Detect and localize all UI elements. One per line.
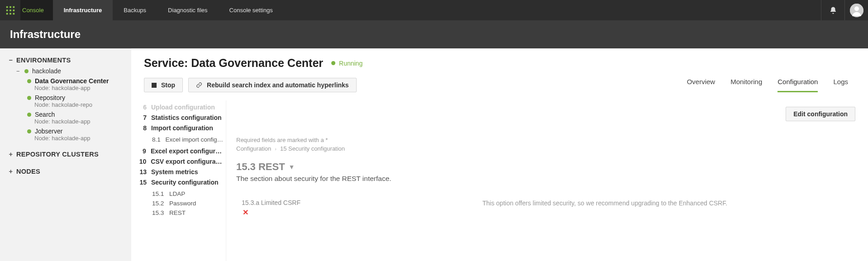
svg-rect-8 <box>13 13 14 14</box>
topnav-tab-console-settings[interactable]: Console settings <box>219 0 284 20</box>
svg-rect-7 <box>10 13 11 14</box>
avatar <box>850 4 863 17</box>
field-label: 15.3.a Limited CSRF <box>242 199 472 206</box>
required-hint: Required fields are marked with a * <box>236 137 855 143</box>
expand-icon: + <box>8 168 14 175</box>
sidebar-env-hackolade[interactable]: − hackolade <box>16 67 128 75</box>
main: Service: Data Governance Center Running … <box>131 48 868 261</box>
collapse-icon: − <box>8 57 14 64</box>
config-toc[interactable]: 6Upload configuration 7Statistics config… <box>131 100 226 261</box>
status-dot-icon <box>331 61 335 65</box>
status-dot-icon <box>24 69 29 73</box>
x-icon: ✕ <box>243 208 472 217</box>
toc-item[interactable]: 6Upload configuration <box>138 104 223 111</box>
service-status: Running <box>331 60 362 67</box>
chevron-down-icon: ▼ <box>289 163 295 171</box>
crumb-configuration[interactable]: Configuration <box>236 145 271 152</box>
tab-configuration[interactable]: Configuration <box>777 78 818 92</box>
collapse-icon: − <box>16 68 21 75</box>
notifications-button[interactable] <box>821 0 844 20</box>
tab-overview[interactable]: Overview <box>687 78 715 92</box>
stop-button-label: Stop <box>161 81 175 89</box>
sidebar-svc-jobserver[interactable]: Jobserver Node: hackolade-app <box>27 128 128 142</box>
toc-subitem[interactable]: 15.2Password <box>152 199 223 208</box>
svc-node-label: Node: hackolade-app <box>34 118 128 125</box>
bell-icon <box>829 6 837 14</box>
topnav-tab-infrastructure[interactable]: Infrastructure <box>53 0 113 20</box>
env-name: hackolade <box>32 67 61 75</box>
status-dot-icon <box>27 79 31 83</box>
sidebar-svc-search[interactable]: Search Node: hackolade-app <box>27 111 128 125</box>
edit-configuration-button[interactable]: Edit configuration <box>786 107 855 121</box>
chevron-right-icon: › <box>275 146 277 152</box>
toc-subitem[interactable]: 15.3REST <box>152 208 223 218</box>
app-logo <box>0 0 20 20</box>
topbar: Console Infrastructure Backups Diagnosti… <box>0 0 868 20</box>
stop-icon <box>152 83 157 88</box>
sidebar-group-nodes[interactable]: + NODES <box>8 168 128 175</box>
toc-item[interactable]: 9Excel export configurat… <box>138 147 223 155</box>
toc-subitem[interactable]: 8.1Excel import config… <box>152 135 223 144</box>
svc-node-label: Node: hackolade-app <box>34 135 128 142</box>
section-title[interactable]: 15.3 REST ▼ <box>236 161 855 173</box>
svg-rect-5 <box>13 9 14 11</box>
svc-node-label: Node: hackolade-app <box>34 85 128 91</box>
sidebar-group-repo-clusters[interactable]: + REPOSITORY CLUSTERS <box>8 151 128 158</box>
topnav-tab-diagnostic[interactable]: Diagnostic files <box>157 0 218 20</box>
toc-item[interactable]: 10CSV export configurati… <box>138 158 223 165</box>
service-title: Service: Data Governance Center <box>144 57 323 70</box>
toc-item[interactable]: 15Security configuration <box>138 179 223 186</box>
topnav-tab-backups[interactable]: Backups <box>113 0 157 20</box>
svg-point-10 <box>854 6 859 11</box>
svg-rect-3 <box>6 9 8 11</box>
sidebar-group-label: ENVIRONMENTS <box>16 57 71 64</box>
crumb-security[interactable]: 15 Security configuration <box>280 145 345 152</box>
tab-logs[interactable]: Logs <box>833 78 848 92</box>
toc-item[interactable]: 8Import configuration <box>138 124 223 132</box>
page-title: Infrastructure <box>0 20 868 48</box>
sidebar-group-label: NODES <box>16 168 40 175</box>
svg-rect-0 <box>6 6 8 8</box>
svg-rect-2 <box>13 6 14 8</box>
toc-subitem[interactable]: 15.1LDAP <box>152 189 223 199</box>
section-description: The section about security for the REST … <box>236 175 855 183</box>
config-detail: Edit configuration Required fields are m… <box>226 100 868 261</box>
status-label: Running <box>339 60 362 67</box>
link-icon <box>196 82 202 88</box>
console-label[interactable]: Console <box>20 0 53 20</box>
status-dot-icon <box>27 129 31 133</box>
field-help: This option offers limited security, so … <box>482 199 855 217</box>
expand-icon: + <box>8 151 14 158</box>
sidebar-svc-repository[interactable]: Repository Node: hackolade-repo <box>27 94 128 108</box>
sidebar-group-environments[interactable]: − ENVIRONMENTS <box>8 57 128 64</box>
svg-rect-4 <box>10 9 11 11</box>
field-row: 15.3.a Limited CSRF ✕ This option offers… <box>236 199 855 217</box>
rebuild-button[interactable]: Rebuild search index and automatic hyper… <box>188 78 357 92</box>
svg-rect-1 <box>10 6 11 8</box>
sidebar-svc-dgc[interactable]: Data Governance Center Node: hackolade-a… <box>27 77 128 91</box>
svc-node-label: Node: hackolade-repo <box>34 101 128 108</box>
breadcrumb: Configuration › 15 Security configuratio… <box>236 145 855 152</box>
status-dot-icon <box>27 96 31 100</box>
svg-rect-6 <box>6 13 8 14</box>
sidebar-group-label: REPOSITORY CLUSTERS <box>16 151 99 158</box>
rebuild-button-label: Rebuild search index and automatic hyper… <box>207 81 349 89</box>
sidebar: − ENVIRONMENTS − hackolade Data Governan… <box>0 48 131 261</box>
tab-monitoring[interactable]: Monitoring <box>730 78 762 92</box>
toc-item[interactable]: 7Statistics configuration <box>138 114 223 121</box>
stop-button[interactable]: Stop <box>144 78 183 92</box>
service-tabs: Overview Monitoring Configuration Logs <box>687 78 855 92</box>
user-avatar-button[interactable] <box>844 0 868 20</box>
status-dot-icon <box>27 113 31 117</box>
toc-item[interactable]: 13System metrics <box>138 168 223 176</box>
